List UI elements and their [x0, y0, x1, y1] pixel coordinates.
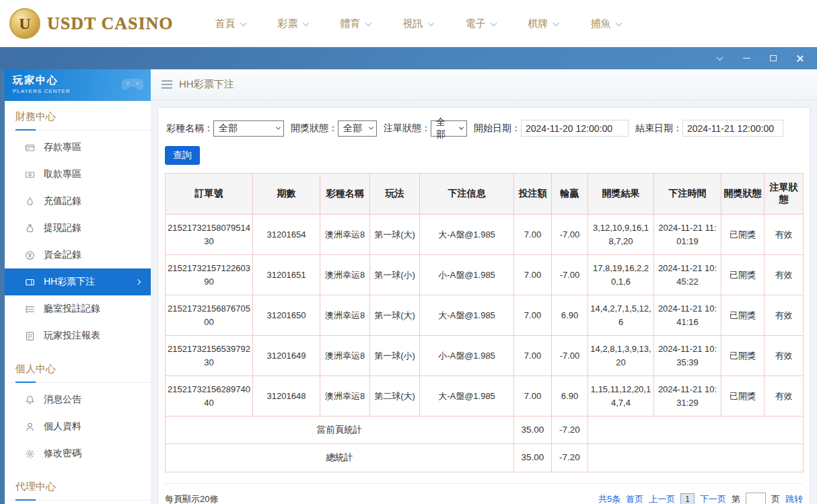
bet-status-select[interactable]: 全部	[431, 120, 467, 137]
sidebar-item-room-bet-record[interactable]: 廳室投註記錄	[5, 295, 151, 322]
sidebar-item-fund-record[interactable]: 資金記錄	[5, 242, 151, 268]
cell-amount: 7.00	[514, 295, 552, 336]
total-summary-label: 總統計	[166, 444, 514, 472]
cell-draw-status: 已開獎	[721, 295, 765, 336]
main-content: HH彩票下注 彩種名稱： 全部 開獎狀態： 全部 注單狀態： 全部	[151, 69, 817, 504]
cell-order: 2152173215687670500	[166, 295, 253, 336]
sidebar-item-withdrawal-zone[interactable]: 取款專區	[5, 161, 151, 188]
total-summary-row: 總統計 35.00 -7.20	[166, 444, 804, 472]
prev-page-link[interactable]: 上一页	[649, 493, 675, 504]
window-close-button[interactable]	[795, 54, 805, 63]
cell-amount: 7.00	[514, 255, 552, 295]
cell-play: 第一球(小)	[370, 336, 420, 376]
sidebar-item-profile[interactable]: 個人資料	[5, 413, 151, 440]
sidebar-item-announcements[interactable]: 消息公告	[5, 386, 151, 413]
table-row: 2152173215653979230 31201649 澳洲幸运8 第一球(小…	[166, 336, 804, 376]
cell-info: 大-A盤@1.985	[420, 295, 514, 336]
cell-winloss: -7.00	[552, 255, 588, 295]
money-bag-icon	[25, 223, 35, 233]
window-minimize-button[interactable]	[742, 54, 751, 63]
sidebar-item-player-bet-report[interactable]: 玩家投注報表	[5, 322, 151, 349]
chevron-down-icon	[302, 20, 309, 26]
chevron-down-icon	[716, 54, 723, 61]
chevron-down-icon	[490, 20, 497, 26]
start-date-label: 開始日期：	[474, 122, 521, 135]
brand-name: USDT CASINO	[47, 13, 174, 34]
main-nav: 首頁 彩票 體育 視訊 電子 棋牌 捕魚	[215, 17, 621, 30]
cell-draw-status: 已開獎	[721, 255, 765, 295]
column-header-bet-status: 注單狀態	[765, 174, 804, 215]
start-date-input[interactable]	[521, 120, 629, 137]
end-date-input[interactable]	[682, 120, 783, 137]
page-summary-winloss: -7.20	[552, 417, 588, 444]
cell-draw-status: 已開獎	[721, 376, 765, 417]
cell-bet-status: 有效	[765, 336, 804, 376]
cell-result: 1,15,11,12,20,14,7,4	[588, 376, 654, 417]
nav-item-sports[interactable]: 體育	[341, 17, 371, 30]
nav-item-video[interactable]: 視訊	[403, 17, 433, 30]
cell-winloss: 6.90	[552, 376, 588, 417]
top-bar: U USDT CASINO 首頁 彩票 體育 視訊 電子 棋牌 捕魚	[0, 0, 817, 47]
table-header-row: 訂單號 期數 彩種名稱 玩法 下注信息 投注額 輸贏 開獎結果 下注時間 開獎狀…	[166, 174, 804, 215]
sidebar-item-change-password[interactable]: 修改密碼	[5, 440, 151, 467]
nav-item-cards[interactable]: 棋牌	[528, 17, 559, 30]
section-personal-center[interactable]: 個人中心	[5, 353, 151, 383]
cell-winloss: -7.00	[552, 215, 588, 255]
nav-item-fishing[interactable]: 捕魚	[591, 17, 621, 30]
cell-lottery: 澳洲幸运8	[320, 336, 370, 376]
next-page-link[interactable]: 下一页	[700, 493, 726, 504]
brand-logo[interactable]: U USDT CASINO	[9, 8, 174, 39]
cell-amount: 7.00	[514, 215, 552, 255]
sidebar-item-deposit-zone[interactable]: 存款專區	[5, 134, 151, 161]
gamepad-icon	[120, 76, 145, 94]
cell-draw-status: 已開獎	[721, 336, 765, 376]
chevron-down-icon	[240, 20, 246, 26]
query-button[interactable]: 查詢	[165, 146, 200, 165]
total-summary-winloss: -7.20	[552, 444, 588, 472]
chevron-down-icon	[459, 125, 464, 130]
page-title: HH彩票下注	[179, 78, 234, 91]
window-maximize-button[interactable]	[769, 54, 778, 63]
column-header-play: 玩法	[370, 174, 420, 215]
total-count-text: 共5条	[598, 493, 620, 504]
filter-bar: 彩種名稱： 全部 開獎狀態： 全部 注單狀態： 全部 開始日期： 結束日期：	[165, 108, 803, 137]
table-row: 2152173215712260390 31201651 澳洲幸运8 第一球(小…	[166, 255, 804, 295]
chevron-down-icon	[553, 20, 559, 26]
page-summary-amount: 35.00	[514, 417, 552, 444]
jump-action-link[interactable]: 跳转	[785, 493, 803, 504]
window-collapse-button[interactable]	[715, 54, 724, 63]
table-row: 2152173215628974040 31201648 澳洲幸运8 第二球(大…	[166, 376, 804, 417]
sidebar-item-recharge-record[interactable]: 充值記錄	[5, 188, 151, 215]
hamburger-menu-icon[interactable]	[162, 80, 172, 89]
cell-info: 小-A盤@1.985	[420, 255, 514, 295]
cell-info: 大-A盤@1.985	[420, 215, 514, 255]
section-finance-center[interactable]: 財務中心	[5, 101, 151, 131]
total-summary-amount: 35.00	[514, 444, 552, 472]
sidebar-item-hh-lottery-bets[interactable]: HH彩票下注	[5, 268, 151, 295]
nav-item-home[interactable]: 首頁	[215, 17, 246, 30]
chevron-down-icon	[369, 125, 374, 130]
cell-draw-status: 已開獎	[721, 215, 765, 255]
personal-items: 消息公告 個人資料 修改密碼	[5, 383, 151, 471]
cell-lottery: 澳洲幸运8	[320, 255, 370, 295]
sidebar-item-withdraw-record[interactable]: 提現記錄	[5, 215, 151, 242]
cell-period: 31201651	[253, 255, 320, 295]
person-icon	[25, 422, 35, 432]
cell-order: 2152173215653979230	[166, 336, 253, 376]
page-summary-empty	[588, 417, 804, 444]
cell-play: 第一球(小)	[370, 255, 420, 295]
current-page-button[interactable]: 1	[680, 493, 695, 504]
jump-page-input[interactable]	[746, 493, 766, 504]
nav-item-lottery[interactable]: 彩票	[278, 17, 308, 30]
bets-table: 訂單號 期數 彩種名稱 玩法 下注信息 投注額 輸贏 開獎結果 下注時間 開獎狀…	[165, 173, 804, 472]
column-header-lottery: 彩種名稱	[320, 174, 370, 215]
nav-item-electronic[interactable]: 電子	[466, 17, 496, 30]
first-page-link[interactable]: 首页	[626, 493, 643, 504]
section-agent-center[interactable]: 代理中心	[5, 471, 151, 501]
cell-time: 2024-11-21 11:01:19	[654, 215, 721, 255]
draw-status-select[interactable]: 全部	[338, 120, 377, 137]
lottery-name-select[interactable]: 全部	[213, 120, 284, 137]
cell-lottery: 澳洲幸运8	[320, 215, 370, 255]
cell-bet-status: 有效	[765, 255, 804, 295]
cell-bet-status: 有效	[765, 215, 804, 255]
